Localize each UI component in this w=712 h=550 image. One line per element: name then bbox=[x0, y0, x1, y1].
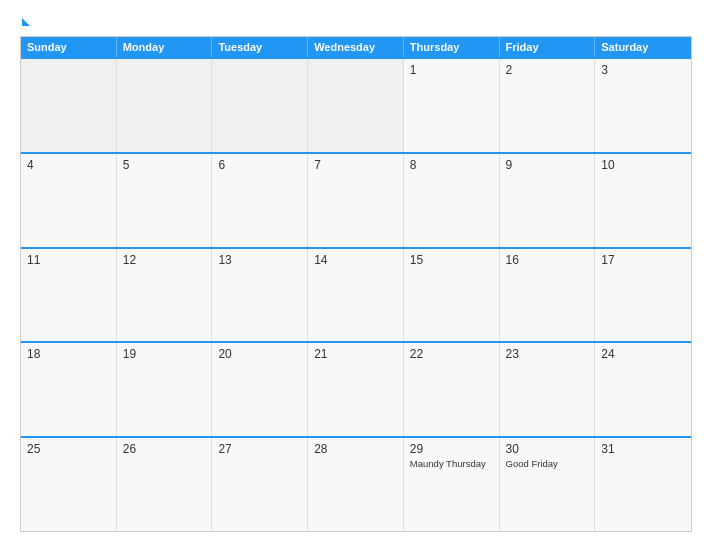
day-header-saturday: Saturday bbox=[595, 37, 691, 57]
day-number: 1 bbox=[410, 63, 493, 77]
day-cell: 14 bbox=[308, 249, 404, 342]
day-cell: 10 bbox=[595, 154, 691, 247]
day-number: 23 bbox=[506, 347, 589, 361]
day-number: 9 bbox=[506, 158, 589, 172]
day-number: 10 bbox=[601, 158, 685, 172]
day-number: 30 bbox=[506, 442, 589, 456]
day-header-tuesday: Tuesday bbox=[212, 37, 308, 57]
day-cell: 18 bbox=[21, 343, 117, 436]
day-number: 2 bbox=[506, 63, 589, 77]
day-cell: 24 bbox=[595, 343, 691, 436]
day-cell: 7 bbox=[308, 154, 404, 247]
day-number: 20 bbox=[218, 347, 301, 361]
day-cell: 9 bbox=[500, 154, 596, 247]
day-number: 21 bbox=[314, 347, 397, 361]
day-headers-row: SundayMondayTuesdayWednesdayThursdayFrid… bbox=[21, 37, 691, 57]
day-cell: 27 bbox=[212, 438, 308, 531]
day-cell: 22 bbox=[404, 343, 500, 436]
day-number: 29 bbox=[410, 442, 493, 456]
weeks-container: 1234567891011121314151617181920212223242… bbox=[21, 57, 691, 531]
day-header-friday: Friday bbox=[500, 37, 596, 57]
day-number: 16 bbox=[506, 253, 589, 267]
day-number: 14 bbox=[314, 253, 397, 267]
day-number: 7 bbox=[314, 158, 397, 172]
day-number: 26 bbox=[123, 442, 206, 456]
day-cell: 11 bbox=[21, 249, 117, 342]
header bbox=[20, 18, 692, 26]
day-cell: 5 bbox=[117, 154, 213, 247]
day-number: 18 bbox=[27, 347, 110, 361]
day-cell: 26 bbox=[117, 438, 213, 531]
logo-triangle-icon bbox=[22, 18, 30, 26]
day-header-monday: Monday bbox=[117, 37, 213, 57]
week-row-3: 11121314151617 bbox=[21, 247, 691, 342]
day-number: 31 bbox=[601, 442, 685, 456]
day-number: 12 bbox=[123, 253, 206, 267]
day-cell: 12 bbox=[117, 249, 213, 342]
day-cell: 29Maundy Thursday bbox=[404, 438, 500, 531]
day-number: 15 bbox=[410, 253, 493, 267]
day-header-sunday: Sunday bbox=[21, 37, 117, 57]
day-cell: 17 bbox=[595, 249, 691, 342]
day-number: 19 bbox=[123, 347, 206, 361]
day-number: 11 bbox=[27, 253, 110, 267]
day-cell: 19 bbox=[117, 343, 213, 436]
day-cell: 21 bbox=[308, 343, 404, 436]
day-number: 25 bbox=[27, 442, 110, 456]
day-number: 27 bbox=[218, 442, 301, 456]
day-number: 24 bbox=[601, 347, 685, 361]
day-number: 17 bbox=[601, 253, 685, 267]
day-cell: 31 bbox=[595, 438, 691, 531]
logo bbox=[20, 18, 30, 26]
day-number: 3 bbox=[601, 63, 685, 77]
logo-blue-text bbox=[20, 18, 30, 26]
day-cell: 23 bbox=[500, 343, 596, 436]
day-header-wednesday: Wednesday bbox=[308, 37, 404, 57]
day-cell: 30Good Friday bbox=[500, 438, 596, 531]
day-cell: 6 bbox=[212, 154, 308, 247]
day-cell: 13 bbox=[212, 249, 308, 342]
week-row-2: 45678910 bbox=[21, 152, 691, 247]
day-number: 4 bbox=[27, 158, 110, 172]
day-cell: 20 bbox=[212, 343, 308, 436]
day-number: 5 bbox=[123, 158, 206, 172]
day-cell: 1 bbox=[404, 59, 500, 152]
day-cell bbox=[308, 59, 404, 152]
calendar-page: SundayMondayTuesdayWednesdayThursdayFrid… bbox=[0, 0, 712, 550]
day-number: 8 bbox=[410, 158, 493, 172]
week-row-5: 2526272829Maundy Thursday30Good Friday31 bbox=[21, 436, 691, 531]
day-cell: 25 bbox=[21, 438, 117, 531]
day-cell: 8 bbox=[404, 154, 500, 247]
day-cell bbox=[212, 59, 308, 152]
day-cell bbox=[117, 59, 213, 152]
day-cell: 28 bbox=[308, 438, 404, 531]
day-cell: 4 bbox=[21, 154, 117, 247]
day-cell: 15 bbox=[404, 249, 500, 342]
day-cell: 16 bbox=[500, 249, 596, 342]
holiday-label: Maundy Thursday bbox=[410, 458, 493, 469]
day-header-thursday: Thursday bbox=[404, 37, 500, 57]
week-row-4: 18192021222324 bbox=[21, 341, 691, 436]
day-cell bbox=[21, 59, 117, 152]
day-number: 28 bbox=[314, 442, 397, 456]
day-cell: 3 bbox=[595, 59, 691, 152]
day-number: 6 bbox=[218, 158, 301, 172]
day-cell: 2 bbox=[500, 59, 596, 152]
day-number: 13 bbox=[218, 253, 301, 267]
week-row-1: 123 bbox=[21, 57, 691, 152]
day-number: 22 bbox=[410, 347, 493, 361]
holiday-label: Good Friday bbox=[506, 458, 589, 469]
calendar-grid: SundayMondayTuesdayWednesdayThursdayFrid… bbox=[20, 36, 692, 532]
